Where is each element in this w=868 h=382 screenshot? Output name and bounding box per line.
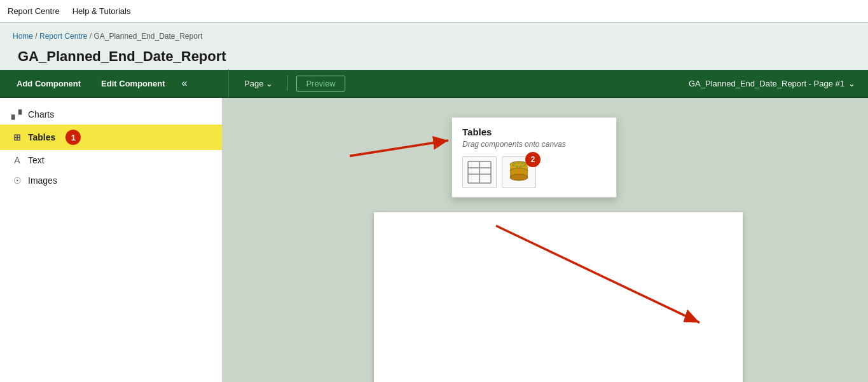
breadcrumb-current: GA_Planned_End_Date_Report <box>93 32 202 41</box>
nav-help-tutorials[interactable]: Help & Tutorials <box>72 4 131 18</box>
edit-component-button[interactable]: Edit Component <box>91 69 175 97</box>
add-component-button[interactable]: Add Component <box>6 69 91 97</box>
toolbar-divider <box>287 76 287 91</box>
sidebar-text-label: Text <box>28 155 45 165</box>
collapse-button[interactable]: « <box>175 69 193 97</box>
popup-icons-container: 2 <box>462 156 606 188</box>
main-content: ▖▘ Charts ⊞ Tables 1 A Text ☉ Images Tab… <box>0 98 868 382</box>
popup-title: Tables <box>462 126 606 137</box>
top-navigation: Report Centre Help & Tutorials <box>0 0 868 23</box>
toolbar-right[interactable]: GA_Planned_End_Date_Report - Page #1 ⌄ <box>689 79 862 88</box>
report-page-chevron-icon: ⌄ <box>848 79 855 88</box>
sidebar-item-charts[interactable]: ▖▘ Charts <box>0 104 222 125</box>
svg-point-8 <box>510 174 528 181</box>
report-page-label: GA_Planned_End_Date_Report - Page #1 <box>689 79 844 88</box>
canvas-area: Tables Drag components onto canvas <box>223 98 868 382</box>
sidebar: ▖▘ Charts ⊞ Tables 1 A Text ☉ Images <box>0 98 223 382</box>
popup-subtitle: Drag components onto canvas <box>462 140 606 149</box>
breadcrumb: Home / Report Centre / GA_Planned_End_Da… <box>13 32 855 41</box>
sidebar-item-text[interactable]: A Text <box>0 150 222 170</box>
canvas-page <box>374 212 743 382</box>
svg-line-11 <box>350 140 448 156</box>
toolbar: Add Component Edit Component « Page ⌄ Pr… <box>0 70 868 98</box>
preview-button[interactable]: Preview <box>296 76 345 92</box>
nav-report-centre[interactable]: Report Centre <box>8 4 60 18</box>
badge-1: 1 <box>65 130 81 145</box>
simple-table-icon[interactable] <box>462 156 497 188</box>
breadcrumb-area: Home / Report Centre / GA_Planned_End_Da… <box>0 23 868 70</box>
data-table-icon[interactable]: 2 <box>502 156 536 188</box>
breadcrumb-report-centre[interactable]: Report Centre <box>39 32 87 41</box>
text-icon: A <box>11 155 23 165</box>
sidebar-images-label: Images <box>28 175 57 186</box>
page-title: GA_Planned_End_Date_Report <box>13 46 855 65</box>
sidebar-item-images[interactable]: ☉ Images <box>0 170 222 191</box>
breadcrumb-home[interactable]: Home <box>13 32 33 41</box>
table-icon: ⊞ <box>11 132 23 142</box>
image-icon: ☉ <box>11 175 23 186</box>
tables-popup: Tables Drag components onto canvas <box>451 117 617 198</box>
toolbar-left: Add Component Edit Component « <box>6 69 229 97</box>
sidebar-tables-label: Tables <box>28 132 55 142</box>
bar-chart-icon: ▖▘ <box>11 109 23 119</box>
page-chevron-icon: ⌄ <box>266 79 273 88</box>
toolbar-center: Page ⌄ Preview <box>229 76 355 92</box>
sidebar-charts-label: Charts <box>28 109 54 119</box>
sidebar-item-tables[interactable]: ⊞ Tables 1 <box>0 125 222 150</box>
badge-2: 2 <box>525 152 541 167</box>
page-dropdown-button[interactable]: Page ⌄ <box>239 76 278 91</box>
page-label: Page <box>244 79 263 88</box>
